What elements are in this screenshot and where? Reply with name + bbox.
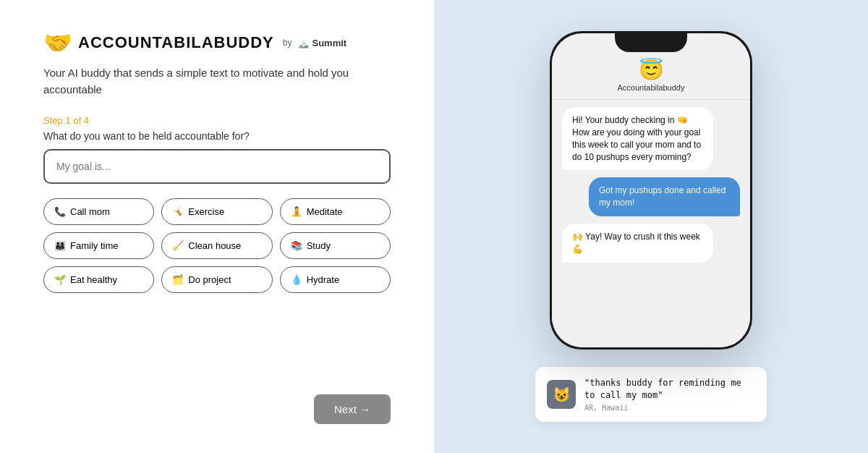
left-panel: 🤝 ACCOUNTABILABUDDY by 🏔️ Summit Your AI… (0, 0, 434, 453)
clean-house-emoji: 🧹 (172, 240, 184, 251)
suggestion-study[interactable]: 📚 Study (280, 232, 391, 259)
clean-house-label: Clean house (188, 240, 241, 251)
family-time-emoji: 👨‍👩‍👧 (54, 240, 66, 251)
phone-messages: Hi! Your buddy checking in 🤜 How are you… (552, 100, 750, 347)
study-emoji: 📚 (291, 240, 302, 251)
testimonial-location: AR, Hawaii (584, 404, 755, 412)
next-button[interactable]: Next → (314, 394, 391, 424)
phone-mockup: 😇 Accountabilabuddy Hi! Your buddy check… (550, 31, 752, 350)
phone-screen: 😇 Accountabilabuddy Hi! Your buddy check… (552, 33, 750, 347)
msg-sent-1: Got my pushups done and called my mom! (589, 177, 740, 216)
study-label: Study (307, 240, 331, 251)
suggestion-do-project[interactable]: 🗂️ Do project (161, 266, 272, 293)
summit-emoji: 🏔️ (297, 38, 309, 48)
step-label: Step 1 of 4 (43, 115, 391, 126)
testimonial-avatar-emoji: 😺 (553, 386, 571, 403)
suggestion-hydrate[interactable]: 💧 Hydrate (280, 266, 391, 293)
hydrate-emoji: 💧 (291, 274, 302, 285)
phone-chat-header: 😇 Accountabilabuddy (552, 52, 750, 100)
summit-badge: 🏔️ Summit (297, 38, 346, 48)
by-text: by (283, 38, 292, 48)
suggestion-family-time[interactable]: 👨‍👩‍👧 Family time (43, 232, 154, 259)
summit-label: Summit (312, 38, 346, 48)
right-panel: 😇 Accountabilabuddy Hi! Your buddy check… (434, 0, 868, 453)
testimonial-text: "thanks buddy for reminding me to call m… (584, 377, 755, 402)
brand-title: ACCOUNTABILABUDDY (78, 33, 274, 52)
hydrate-label: Hydrate (307, 274, 340, 285)
do-project-emoji: 🗂️ (172, 274, 184, 285)
brand-header: 🤝 ACCOUNTABILABUDDY by 🏔️ Summit (43, 29, 391, 56)
eat-healthy-label: Eat healthy (70, 274, 117, 285)
exercise-emoji: 🤸 (172, 206, 184, 217)
msg-received-1: Hi! Your buddy checking in 🤜 How are you… (562, 107, 713, 170)
meditate-label: Meditate (307, 206, 343, 217)
suggestion-exercise[interactable]: 🤸 Exercise (161, 198, 272, 225)
phone-notch (615, 33, 687, 52)
goal-input[interactable] (43, 149, 391, 184)
exercise-label: Exercise (188, 206, 224, 217)
buddy-avatar-emoji: 😇 (552, 58, 750, 82)
buddy-name: Accountabilabuddy (552, 83, 750, 92)
brand-emoji: 🤝 (43, 29, 72, 56)
suggestion-clean-house[interactable]: 🧹 Clean house (161, 232, 272, 259)
meditate-emoji: 🧘 (291, 206, 302, 217)
suggestion-call-mom[interactable]: 📞 Call mom (43, 198, 154, 225)
call-mom-emoji: 📞 (54, 206, 66, 217)
testimonial-content: "thanks buddy for reminding me to call m… (584, 377, 755, 412)
do-project-label: Do project (188, 274, 231, 285)
suggestion-meditate[interactable]: 🧘 Meditate (280, 198, 391, 225)
next-btn-container: Next → (43, 394, 391, 424)
testimonial-avatar: 😺 (547, 380, 576, 409)
eat-healthy-emoji: 🌱 (54, 274, 66, 285)
suggestion-eat-healthy[interactable]: 🌱 Eat healthy (43, 266, 154, 293)
tagline: Your AI buddy that sends a simple text t… (43, 65, 391, 98)
question-label: What do you want to be held accountable … (43, 130, 391, 142)
family-time-label: Family time (70, 240, 118, 251)
msg-received-2: 🙌 Yay! Way to crush it this week 💪 (562, 224, 713, 263)
call-mom-label: Call mom (70, 206, 110, 217)
suggestions-grid: 📞 Call mom 🤸 Exercise 🧘 Meditate 👨‍👩‍👧 F… (43, 198, 391, 293)
testimonial-card: 😺 "thanks buddy for reminding me to call… (535, 367, 767, 422)
